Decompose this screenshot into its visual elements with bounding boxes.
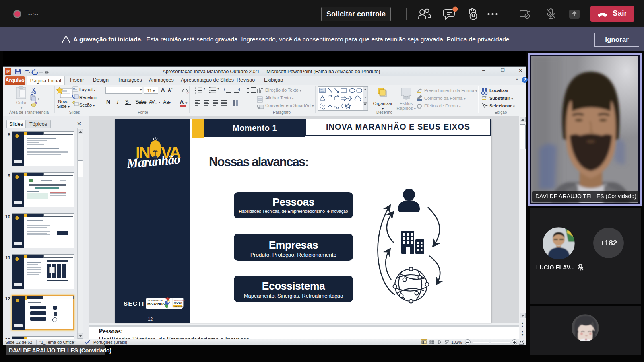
- svg-text:MARANHÃO: MARANHÃO: [147, 302, 167, 306]
- svg-text:GOVERNO DO: GOVERNO DO: [148, 299, 163, 302]
- svg-text:▾: ▾: [217, 87, 219, 90]
- svg-text:MARANHÃO: MARANHÃO: [174, 305, 184, 307]
- svg-text:▾: ▾: [204, 87, 205, 90]
- svg-text:INOVA: INOVA: [174, 301, 182, 304]
